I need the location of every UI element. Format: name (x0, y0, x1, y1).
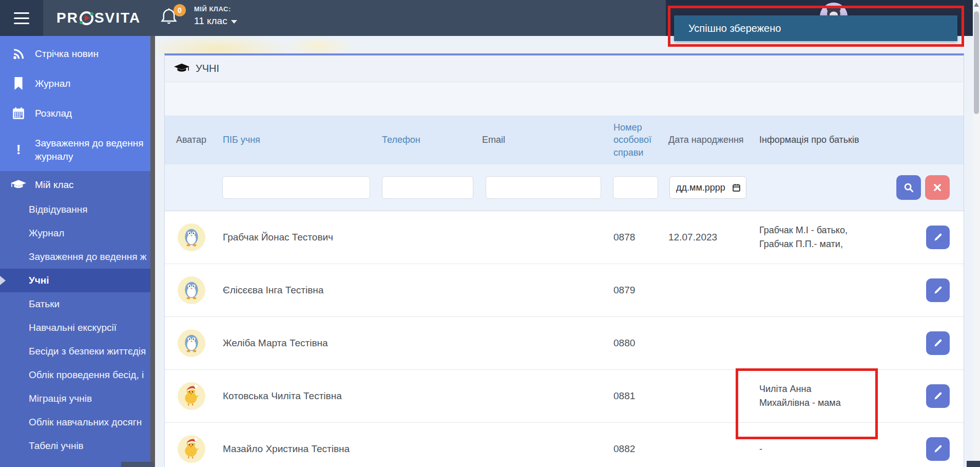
clear-filter-button[interactable] (925, 175, 950, 200)
edit-student-button[interactable] (926, 226, 950, 249)
column-header[interactable]: ПІБ учня (216, 116, 378, 164)
cell-avatar (169, 423, 214, 467)
search-button[interactable] (896, 175, 921, 200)
sidebar-subitem[interactable]: Бесіди з безпеки життєдія (0, 340, 150, 363)
graduation-cap-icon (10, 180, 27, 190)
prosvita-logo-icon (80, 11, 93, 25)
cell-file-number: 0879 (606, 264, 664, 316)
table-header: АватарПІБ учняТелефонEmailНомер особової… (165, 116, 964, 164)
column-header: Дата народження (664, 116, 753, 164)
cell-parents-info (753, 264, 899, 316)
sidebar-item[interactable]: !Зауваження до ведення журналу (0, 128, 150, 171)
sidebar-subitem[interactable]: Облік проведення бесід, і (0, 363, 150, 387)
date-placeholder: дд.мм.рррр (676, 182, 725, 193)
table-row: Котовська Чиліта Тестівна0881Чиліта Анна… (165, 370, 964, 423)
cell-student-name: Котовська Чиліта Тестівна (216, 370, 378, 422)
toast-message: Успішно збережено (688, 23, 781, 34)
scroll-thumb[interactable] (974, 11, 979, 114)
sidebar-subitem[interactable]: Відвідування (0, 198, 150, 221)
scroll-up-arrow-icon[interactable] (974, 3, 979, 7)
cell-file-number: 0878 (606, 211, 664, 264)
sidebar-item-my-class[interactable]: Мій клас (0, 171, 150, 198)
sidebar-subitem-students-active[interactable]: Учні (0, 269, 150, 292)
calendar-icon (732, 183, 741, 192)
students-card: УЧНІ АватарПІБ учняТелефонEmailНомер осо… (164, 53, 964, 467)
edit-student-button[interactable] (926, 437, 950, 461)
edit-student-button[interactable] (926, 384, 950, 408)
sidebar-item[interactable]: Розклад (0, 99, 150, 128)
graduation-cap-icon (174, 63, 189, 74)
column-header: Аватар (169, 116, 214, 164)
notifications-button[interactable]: 0 (160, 7, 183, 30)
cell-email (478, 370, 606, 422)
column-header[interactable]: Телефон (378, 116, 478, 164)
sidebar-subitem-label: Табелі учнів (29, 440, 84, 451)
cell-birth-date (664, 317, 753, 369)
sidebar-item[interactable]: Стрічка новин (0, 39, 150, 69)
edit-student-button[interactable] (926, 331, 950, 355)
sidebar-subitem[interactable]: Облік навчальних досягн (0, 410, 150, 434)
sidebar-subitem[interactable]: Навчальні екскурсії (0, 316, 150, 340)
cell-email (478, 211, 606, 264)
sidebar-subitem-label: Зауваження до ведення ж (29, 251, 146, 262)
cell-actions (899, 423, 958, 467)
sidebar-subitem-label: Журнал (29, 228, 64, 238)
scrollbar-corner (967, 461, 980, 467)
sidebar-subitem[interactable]: Батьки (0, 292, 150, 316)
pencil-icon (933, 338, 943, 348)
chick-avatar-icon (180, 383, 203, 409)
filter-email-input[interactable] (486, 176, 601, 199)
cell-parents-info (753, 317, 899, 369)
student-avatar (178, 223, 205, 251)
sidebar-hscroll-thumb[interactable] (121, 462, 154, 467)
column-header[interactable]: Номер особової справи (606, 116, 664, 164)
cell-student-name: Грабчак Йонас Тестович (216, 211, 378, 264)
pencil-icon (933, 391, 943, 401)
sidebar-top-items: Стрічка новинЖурналРозклад!Зауваження до… (0, 36, 150, 171)
card-spacer (165, 82, 964, 116)
cell-birth-date: 12.07.2023 (664, 211, 753, 264)
cell-file-number: 0880 (606, 317, 664, 369)
filter-phone-input[interactable] (382, 176, 473, 199)
cell-actions (899, 211, 958, 264)
brand-text-post: SVITA (94, 10, 141, 26)
filter-birth-date-input[interactable]: дд.мм.рррр (669, 176, 746, 199)
sidebar-subitem-label: Учні (29, 275, 49, 286)
cell-phone (378, 317, 478, 369)
edit-student-button[interactable] (926, 278, 950, 302)
pencil-icon (933, 232, 943, 242)
class-selector[interactable]: МІЙ КЛАС: 11 клас (194, 5, 237, 27)
sidebar-subitem[interactable]: Міграція учнів (0, 387, 150, 410)
brand-logo[interactable]: PR SVITA (56, 0, 141, 36)
active-item-arrow-icon (0, 276, 6, 285)
rss-icon (10, 47, 27, 61)
cell-parents-info: Грабчак М.І - батько, Грабчак П.П.- мати… (753, 211, 899, 264)
sidebar-item-label: Стрічка новин (35, 47, 99, 61)
cell-birth-date (664, 264, 753, 316)
cell-avatar (169, 370, 214, 422)
page-title: УЧНІ (196, 63, 219, 74)
table-row: Мазайло Христина Тестівна0882- (165, 423, 964, 467)
bookmark-icon (10, 77, 27, 90)
cell-actions (899, 317, 958, 369)
cell-student-name: Мазайло Христина Тестівна (216, 423, 378, 467)
app-window: PR SVITA 0 МІЙ КЛАС: 11 клас (0, 0, 980, 467)
sidebar-item-label: Зауваження до ведення журналу (35, 137, 146, 163)
menu-toggle-button[interactable] (0, 0, 43, 36)
cell-file-number: 0882 (606, 423, 664, 467)
cell-avatar (169, 317, 214, 369)
filter-file-number-input[interactable] (613, 176, 658, 199)
cell-phone (378, 423, 478, 467)
sidebar-subitem[interactable]: Зауваження до ведення ж (0, 245, 150, 269)
hamburger-icon (14, 12, 29, 14)
sidebar-item[interactable]: Журнал (0, 69, 150, 99)
sidebar-subitem[interactable]: Табелі учнів (0, 434, 150, 458)
cell-phone (378, 264, 478, 316)
sidebar-subitem[interactable]: Журнал (0, 221, 150, 245)
filter-name-input[interactable] (222, 176, 370, 199)
cell-parents-info: - (753, 423, 899, 467)
cell-actions (899, 370, 958, 422)
page-scrollbar[interactable] (973, 0, 980, 467)
column-header: Email (478, 116, 606, 164)
sidebar-scrollbar[interactable] (150, 36, 155, 467)
